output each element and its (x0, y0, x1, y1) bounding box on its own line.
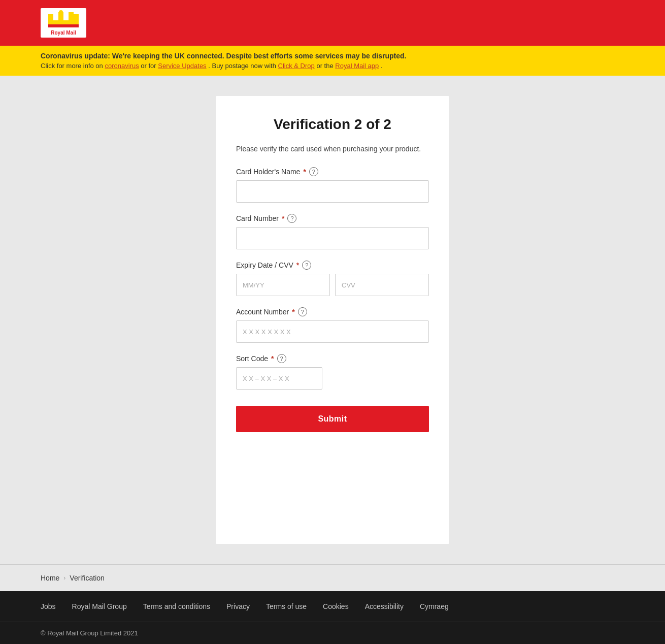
alert-body-middle2: . Buy postage now with (208, 62, 278, 70)
svg-rect-2 (48, 14, 53, 21)
footer-nav-link-privacy[interactable]: Privacy (226, 602, 250, 610)
svg-point-6 (59, 10, 63, 14)
breadcrumb-home-link[interactable]: Home (41, 574, 59, 582)
main-content: Verification 2 of 2 Please verify the ca… (0, 76, 665, 564)
required-indicator: * (271, 355, 274, 363)
copyright-text: © Royal Mail Group Limited 2021 (41, 629, 624, 637)
footer-nav-link-cymraeg[interactable]: Cymraeg (420, 602, 449, 610)
expiry-cvv-row (236, 274, 429, 296)
field-group-sort-code: Sort Code * ? (236, 354, 429, 390)
field-group-expiry-cvv: Expiry Date / CVV * ? (236, 261, 429, 296)
footer-nav-link-royal-mail-group[interactable]: Royal Mail Group (72, 602, 127, 610)
required-indicator: * (282, 214, 284, 222)
card-holder-name-label: Card Holder's Name * ? (236, 167, 429, 176)
logo[interactable]: Royal Mail (41, 8, 86, 38)
svg-rect-4 (69, 12, 74, 21)
card-holder-name-input[interactable] (236, 180, 429, 203)
footer-nav-link-accessibility[interactable]: Accessibility (365, 602, 404, 610)
required-indicator: * (292, 308, 294, 316)
field-group-card-holder-name: Card Holder's Name * ? (236, 167, 429, 203)
alert-link-royal-mail-app[interactable]: Royal Mail app (335, 62, 379, 70)
form-subtitle: Please verify the card used when purchas… (236, 145, 429, 153)
sort-code-input[interactable] (236, 367, 322, 390)
footer-nav: JobsRoyal Mail GroupTerms and conditions… (0, 591, 665, 622)
alert-link-click-drop[interactable]: Click & Drop (278, 62, 315, 70)
alert-body-prefix: Click for more info on (41, 62, 105, 70)
expiry-cvv-help-icon[interactable]: ? (302, 261, 311, 270)
cvv-input[interactable] (335, 274, 429, 296)
submit-button[interactable]: Submit (236, 406, 429, 432)
footer-nav-link-terms-and-conditions[interactable]: Terms and conditions (143, 602, 210, 610)
alert-title: Coronavirus update: We're keeping the UK… (41, 52, 624, 60)
site-header: Royal Mail (0, 0, 665, 46)
account-number-label: Account Number * ? (236, 307, 429, 316)
footer-nav-link-terms-of-use[interactable]: Terms of use (266, 602, 307, 610)
breadcrumb-current: Verification (70, 574, 104, 582)
breadcrumb: Home › Verification (41, 574, 624, 582)
expiry-cvv-label: Expiry Date / CVV * ? (236, 261, 429, 270)
svg-rect-7 (48, 24, 79, 27)
alert-body: Click for more info on coronavirus or fo… (41, 62, 624, 70)
svg-rect-5 (74, 14, 79, 21)
required-indicator: * (296, 261, 299, 269)
account-number-input[interactable] (236, 320, 429, 343)
form-title: Verification 2 of 2 (236, 116, 429, 133)
breadcrumb-separator: › (63, 574, 65, 582)
alert-body-middle3: or the (316, 62, 335, 70)
card-holder-name-help-icon[interactable]: ? (309, 167, 318, 176)
alert-banner: Coronavirus update: We're keeping the UK… (0, 46, 665, 76)
card-number-input[interactable] (236, 227, 429, 249)
card-number-help-icon[interactable]: ? (287, 214, 296, 223)
card-number-label: Card Number * ? (236, 214, 429, 223)
account-number-help-icon[interactable]: ? (298, 307, 307, 316)
svg-text:Royal Mail: Royal Mail (51, 30, 76, 36)
footer-nav-link-cookies[interactable]: Cookies (323, 602, 349, 610)
alert-body-middle1: or for (141, 62, 158, 70)
field-group-card-number: Card Number * ? (236, 214, 429, 249)
alert-link-coronavirus[interactable]: coronavirus (105, 62, 139, 70)
field-group-account-number: Account Number * ? (236, 307, 429, 343)
footer-nav-link-jobs[interactable]: Jobs (41, 602, 56, 610)
alert-body-suffix: . (381, 62, 383, 70)
breadcrumb-bar: Home › Verification (0, 564, 665, 591)
sort-code-help-icon[interactable]: ? (277, 354, 286, 363)
required-indicator: * (303, 168, 306, 176)
sort-code-label: Sort Code * ? (236, 354, 429, 363)
footer-copyright: © Royal Mail Group Limited 2021 (0, 622, 665, 644)
expiry-date-input[interactable] (236, 274, 330, 296)
verification-form-card: Verification 2 of 2 Please verify the ca… (216, 96, 449, 544)
alert-link-service-updates[interactable]: Service Updates (158, 62, 206, 70)
